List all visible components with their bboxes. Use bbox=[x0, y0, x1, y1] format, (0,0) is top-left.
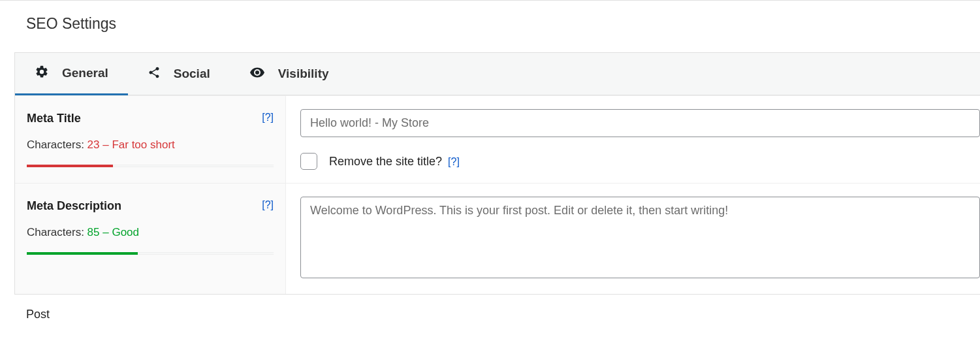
meta-title-input[interactable] bbox=[300, 109, 980, 137]
meta-description-char-counter: Characters: 85 – Good bbox=[27, 226, 274, 239]
gauge-fill bbox=[27, 165, 113, 167]
chars-prefix: Characters: bbox=[27, 226, 87, 238]
remove-site-title-checkbox[interactable] bbox=[300, 153, 317, 170]
tab-label: Visibility bbox=[278, 67, 329, 81]
chars-prefix: Characters: bbox=[27, 138, 87, 151]
tab-visibility[interactable]: Visibility bbox=[230, 53, 349, 95]
meta-title-gauge bbox=[27, 165, 274, 167]
help-icon[interactable]: [?] bbox=[262, 199, 274, 211]
share-icon bbox=[148, 66, 161, 82]
tab-label: Social bbox=[174, 67, 210, 81]
meta-description-textarea[interactable] bbox=[300, 197, 980, 278]
row-meta-description: Meta Description [?] Characters: 85 – Go… bbox=[15, 183, 980, 294]
row-meta-title: Meta Title [?] Characters: 23 – Far too … bbox=[15, 95, 980, 183]
tab-general[interactable]: General bbox=[15, 53, 128, 95]
meta-description-gauge bbox=[27, 252, 274, 255]
meta-description-label: Meta Description bbox=[27, 199, 121, 213]
seo-metabox: General Social Visibility Meta Title bbox=[14, 52, 980, 295]
meta-title-label: Meta Title bbox=[27, 112, 81, 125]
help-icon[interactable]: [?] bbox=[262, 112, 274, 123]
gear-icon bbox=[35, 65, 49, 82]
tab-label: General bbox=[62, 66, 108, 80]
checkbox-label: Remove the site title? [?] bbox=[329, 155, 460, 169]
meta-title-char-counter: Characters: 23 – Far too short bbox=[27, 138, 274, 152]
eye-icon bbox=[249, 65, 265, 84]
tab-social[interactable]: Social bbox=[128, 53, 230, 95]
help-icon[interactable]: [?] bbox=[448, 156, 460, 167]
tab-bar: General Social Visibility bbox=[15, 53, 980, 95]
gauge-fill bbox=[27, 252, 138, 255]
chars-rating: 23 – Far too short bbox=[87, 138, 175, 151]
panel-title: SEO Settings bbox=[0, 1, 980, 52]
footer-post-label: Post bbox=[26, 308, 980, 321]
chars-rating: 85 – Good bbox=[87, 226, 139, 238]
